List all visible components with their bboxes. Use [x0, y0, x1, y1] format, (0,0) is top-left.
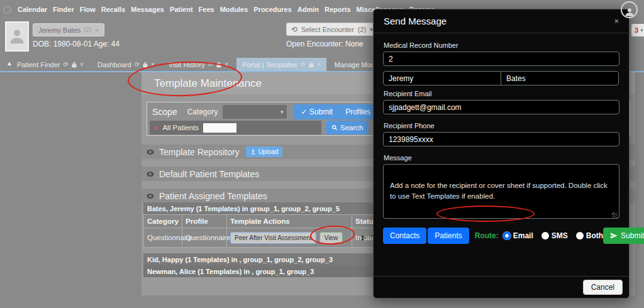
route-radio-group: Email SMS Both	[503, 231, 603, 240]
tab-refresh-icon[interactable]: ⟳	[135, 61, 140, 68]
chip-close-icon[interactable]: ×	[94, 26, 98, 34]
col-profile: Profile	[182, 215, 227, 228]
message-label: Message	[384, 154, 619, 162]
tab-label: Portal | Templates	[242, 61, 297, 69]
route-option-email[interactable]: Email	[503, 231, 533, 240]
template-button[interactable]: Peer After Visit Assessment	[230, 232, 316, 244]
patient-name-chip[interactable]: Jeremy Bates (2) ×	[33, 23, 104, 36]
submit-button[interactable]: Submit	[603, 228, 644, 244]
modal-close-icon[interactable]: ×	[614, 16, 619, 26]
send-message-modal: Send Message × Medical Record Number Rec…	[373, 9, 630, 299]
resize-handle[interactable]	[612, 212, 618, 218]
badge-caret-icon: ▾	[640, 27, 643, 33]
last-name-field[interactable]	[501, 71, 619, 85]
patients-button[interactable]: Patients	[428, 228, 469, 244]
patient-dob: DOB: 1980-08-01 Age: 44	[33, 40, 119, 48]
tab-refresh-icon[interactable]: ⟳	[301, 61, 306, 68]
recipient-phone-field[interactable]	[383, 132, 619, 146]
remove-filter-icon[interactable]: ×	[154, 124, 158, 131]
route-option-sms[interactable]: SMS	[541, 231, 568, 240]
tab-label: Dashboard	[97, 61, 131, 69]
cancel-button[interactable]: Cancel	[583, 280, 623, 295]
category-label: Category	[187, 107, 218, 116]
profiles-button[interactable]: Profiles	[345, 107, 370, 116]
route-option-both[interactable]: Both	[576, 231, 603, 240]
modal-title: Send Message	[384, 16, 447, 26]
person-icon	[8, 26, 26, 47]
section-label: Default Patient Templates	[159, 169, 259, 179]
modal-header: Send Message ×	[374, 9, 629, 33]
submit-label: Submit	[621, 231, 644, 240]
history-icon: ⟲	[291, 25, 297, 34]
message-textarea[interactable]: Add a note for the recipient or cover sh…	[383, 164, 619, 219]
tab-portal-templates[interactable]: Portal | Templates ⟳ ×	[236, 58, 326, 71]
page-title: Template Maintenance	[154, 77, 262, 90]
patient-avatar[interactable]	[5, 21, 29, 52]
upload-label: Upload	[258, 148, 279, 155]
all-patients-label: All Patients	[162, 124, 199, 131]
nav-item-procedures[interactable]: Procedures	[253, 6, 292, 13]
nav-item-messages[interactable]: Messages	[131, 6, 164, 13]
tab-label: Visit History	[169, 61, 205, 69]
nav-item-modules[interactable]: Modules	[220, 6, 248, 13]
recipient-email-field[interactable]	[383, 100, 619, 114]
upload-button[interactable]: Upload	[246, 146, 283, 157]
nav-item-finder[interactable]: Finder	[53, 6, 74, 13]
tab-lock-icon[interactable]	[72, 62, 77, 68]
recipient-phone-label: Recipient Phone	[384, 122, 619, 129]
open-encounter-status: Open Encounter: None	[286, 40, 364, 48]
cell-category: Questionnaire	[144, 228, 182, 248]
search-label: Search	[340, 124, 363, 131]
col-template-actions: Template Actions	[227, 215, 352, 228]
radio-sms[interactable]	[541, 232, 549, 239]
nav-item-calendar[interactable]: Calendar	[18, 6, 47, 13]
radio-email-checked[interactable]	[503, 232, 511, 239]
eye-icon	[146, 148, 155, 157]
contacts-button[interactable]: Contacts	[383, 228, 426, 244]
badge-count: 3	[635, 26, 638, 34]
search-icon	[331, 124, 338, 131]
nav-item-fees[interactable]: Fees	[199, 6, 214, 13]
notification-badge-button[interactable]: 3 ▾	[631, 24, 644, 36]
home-icon[interactable]: ▲	[6, 60, 13, 67]
radio-both[interactable]	[576, 232, 584, 239]
tab-close-icon[interactable]: ×	[225, 61, 228, 68]
submit-label: Submit	[309, 107, 333, 116]
col-category: Category	[144, 215, 182, 228]
tab-refresh-icon[interactable]: ⟳	[63, 61, 68, 68]
radio-both-label: Both	[586, 231, 603, 240]
tab-close-icon[interactable]: ×	[151, 61, 155, 68]
tab-dashboard[interactable]: Dashboard ⟳ ×	[92, 58, 160, 71]
eye-icon	[146, 170, 155, 179]
nav-item-patient[interactable]: Patient	[170, 6, 193, 13]
tab-close-icon[interactable]: ×	[317, 61, 321, 68]
tab-close-icon[interactable]: ×	[80, 61, 84, 68]
search-button[interactable]: Search	[326, 121, 369, 135]
tab-lock-icon[interactable]	[309, 62, 314, 68]
category-select[interactable]: ▾	[223, 105, 287, 119]
view-button[interactable]: View	[319, 232, 343, 244]
nav-item-recalls[interactable]: Recalls	[101, 6, 126, 13]
tab-visit-history[interactable]: Visit History ⟳ ×	[163, 58, 234, 71]
patient-filter-input[interactable]	[203, 123, 236, 133]
mrn-field[interactable]	[383, 52, 619, 66]
person-icon	[625, 7, 635, 17]
nav-item-flow[interactable]: Flow	[80, 6, 96, 13]
section-label: Patient Assigned Templates	[159, 191, 267, 201]
tab-lock-icon[interactable]	[143, 62, 148, 68]
submit-scope-button[interactable]: ✓ Submit	[301, 107, 333, 116]
nav-item-admin[interactable]: Admin	[297, 6, 319, 13]
all-patients-filter: × All Patients	[150, 121, 321, 135]
patient-chip-count: (2)	[84, 26, 91, 33]
nav-item-reports[interactable]: Reports	[325, 6, 351, 13]
tab-patient-finder[interactable]: Patient Finder ⟳ ×	[11, 58, 89, 71]
modal-footer: Cancel	[374, 276, 629, 298]
tab-lock-icon[interactable]	[216, 62, 221, 68]
tab-label: Patient Finder	[17, 61, 60, 69]
first-name-field[interactable]	[383, 71, 501, 85]
tab-refresh-icon[interactable]: ⟳	[208, 61, 213, 68]
user-profile-icon[interactable]	[621, 1, 638, 18]
scope-label: Scope	[152, 107, 177, 117]
send-icon	[610, 232, 618, 239]
section-label: Template Repository	[159, 147, 240, 157]
